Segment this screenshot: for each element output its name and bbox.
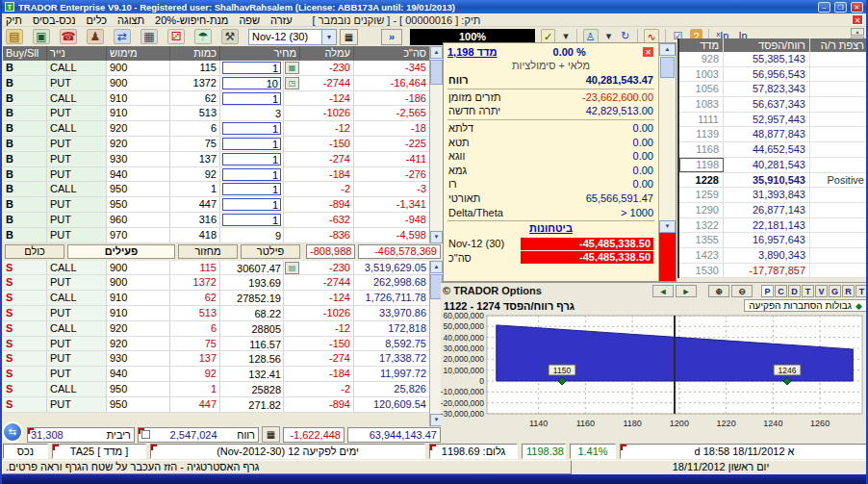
pl-row[interactable]: 92855,385,143 [679,52,868,67]
pl-row[interactable]: 108356,637,343 [679,97,868,113]
chevron-down-icon[interactable]: ▾ [321,30,336,44]
panel-scrollbar[interactable]: ▲ ▼ [658,43,676,281]
pl-row[interactable]: 111152,957,443 [679,113,868,128]
users-icon[interactable]: ♟ [87,29,104,44]
table-row[interactable]: BCALL92061-12-18 [3,121,429,137]
phone-icon[interactable]: ☎ [60,29,77,44]
chart-mode-P-button[interactable]: P [761,285,774,297]
globe-user-icon[interactable]: ☂ [194,29,212,44]
table-row[interactable]: SPUT92075116.57-1508,592.75 [3,337,429,352]
table-row[interactable]: BPUT9301371-274-411 [3,152,429,167]
panel-close-icon[interactable]: ✕ [642,46,654,58]
document-close-icon[interactable]: ✕ [852,14,863,25]
table-row[interactable]: BPUT920751-150-225 [3,137,429,152]
chart-mode-D-button[interactable]: D [788,285,801,297]
price-input[interactable]: 1 [222,168,281,181]
table-row[interactable]: SCALL920628805-12172,818 [3,321,429,337]
table-row[interactable]: SCALL9106227852.19-1241,726,711.78 [3,291,429,306]
calculator-icon[interactable]: ▦ [140,29,158,44]
minimize-button[interactable]: – [818,2,830,13]
tab-כולם[interactable]: כולם [5,244,64,259]
portfolio-icon[interactable]: ▤ [6,29,23,44]
scroll-up-icon[interactable]: ▲ [430,46,443,59]
transfer-icon[interactable]: ⇄ [114,29,131,44]
table-row[interactable]: BPUT940921-184-276 [3,167,429,183]
table-row[interactable]: BPUT9603161-632-948 [3,213,429,228]
price-input[interactable]: 1 [222,138,281,150]
chart-mode-R-button[interactable]: R [842,285,855,297]
price-input[interactable]: 1 [222,214,281,226]
pl-row[interactable]: 122835,910,543Positive [679,173,868,189]
dice-icon[interactable]: ⚂ [167,29,185,44]
sheet-icon[interactable]: ▤ [285,262,299,274]
maximize-button[interactable]: ❐ [834,2,847,13]
scroll-up-icon[interactable]: ▲ [659,43,676,56]
pl-row[interactable]: 113948,877,843 [679,127,868,142]
scroll-down-icon[interactable]: ▼ [659,220,676,233]
price-input[interactable]: 1 [222,153,281,166]
table-row[interactable]: BPUT900137210◳-2744-16,464 [3,76,429,91]
monitor-icon[interactable]: ▣ [33,29,50,44]
pl-row[interactable]: 119840,281,543 [679,158,868,173]
export-icon[interactable]: ◳ [285,77,299,89]
pl-row[interactable]: 100356,956,543 [679,67,868,83]
table-row[interactable]: BPUT9504471-894-1,341 [3,197,429,213]
tab-פילטר[interactable]: פילטר [241,244,300,259]
table-row[interactable]: SPUT9001372193.69-2744262,998.68 [3,275,429,291]
remote-access-badge-icon[interactable]: ⇆ [2,421,23,443]
scroll-thumb[interactable] [660,57,675,78]
chart-next-button[interactable]: ► [676,285,697,297]
positions-scrollbar[interactable]: ▲ ▼ [429,46,443,243]
pl-row[interactable]: 1530-17,787,857 [679,264,868,279]
delete-grid-icon[interactable]: ▦ [285,62,299,74]
pl-row[interactable]: 125931,393,843 [679,188,868,203]
table-row[interactable]: SCALL950125828-225,826 [3,382,429,397]
pl-row[interactable]: 105657,823,343 [679,82,868,97]
table-row[interactable]: BPUT9704189-836-4,598 [3,228,429,243]
spinner-up-button[interactable]: ▲ [851,28,864,36]
index-link[interactable]: מדד 1,198 [447,46,497,58]
pl-row[interactable]: 135516,957,643 [679,233,868,248]
chart-prev-button[interactable]: ◄ [652,285,674,297]
pl-row[interactable]: 132222,181,143 [679,218,868,234]
calculator-button[interactable]: ▦ [262,426,280,443]
table-row[interactable]: SPUT930137128.56-27417,338.72 [3,351,429,367]
chart-mode-C-button[interactable]: C [775,285,787,297]
scroll-down-icon[interactable]: ▼ [430,231,443,243]
scroll-thumb[interactable] [430,60,443,85]
profit-checkbox[interactable] [141,430,150,439]
expiry-combobox[interactable]: Nov-12 (30) ▾ [248,29,337,45]
chart-mode-V-button[interactable]: V [815,285,828,297]
menu-item-שפה[interactable]: שפה [239,14,260,26]
menu-item-כלים[interactable]: כלים [87,14,107,26]
menu-item-מנת-חיפוש-20%[interactable]: מנת-חיפוש-20% [155,14,228,26]
zoom-in-button[interactable]: ⊕ [708,285,729,297]
menu-item-תיק[interactable]: תיק [6,14,22,26]
menu-item-תצוגה[interactable]: תצוגה [117,14,144,26]
calendar-button[interactable]: ▦ [340,29,358,45]
pl-row[interactable]: 14233,890,343 [679,248,868,264]
pl-row[interactable]: 116844,652,543 [679,142,868,158]
price-input[interactable]: 1 [222,62,281,74]
price-input[interactable]: 10 [222,77,281,89]
price-input[interactable]: 1 [222,122,281,135]
price-input[interactable]: 1 [222,183,281,195]
chart-mode-G-button[interactable]: G [829,285,841,297]
pl-row[interactable]: 129026,877,143 [679,203,868,218]
tab-מחזור[interactable]: מחזור [178,244,238,259]
table-row[interactable]: BPUT9105133-1026-2,565 [3,106,429,121]
table-row[interactable]: BCALL9001151▦-230-345 [3,61,429,76]
chart-mode-T-button[interactable]: T [802,285,814,297]
table-row[interactable]: SCALL90011530607.47▤-2303,519,629.05 [3,261,429,276]
menu-item-נכס-בסיס[interactable]: נכס-בסיס [33,14,76,26]
scroll-up-icon[interactable]: ▲ [430,261,443,273]
table-row[interactable]: BCALL95011-2-3 [3,182,429,197]
close-button[interactable]: ✕ [851,2,863,13]
tab-פעילים[interactable]: פעילים [67,244,175,259]
table-row[interactable]: SPUT91051368.22-102633,970.86 [3,306,429,321]
price-input[interactable]: 1 [222,92,281,105]
menu-item-עזרה[interactable]: עזרה [270,14,292,26]
zoom-out-button[interactable]: ⊖ [731,285,753,297]
chart-mode-T-button[interactable]: T [855,285,868,297]
table-row[interactable]: BCALL910621-124-186 [3,91,429,107]
